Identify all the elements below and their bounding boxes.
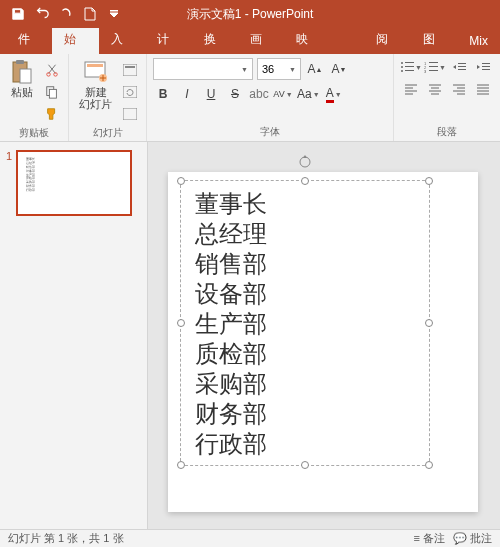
notes-button[interactable]: ≡ 备注 — [413, 531, 444, 546]
resize-handle-se[interactable] — [425, 461, 433, 469]
slide[interactable]: 董事长总经理销售部设备部生产部质检部采购部财务部行政部 — [168, 172, 478, 512]
resize-handle-nw[interactable] — [177, 177, 185, 185]
text-box-content[interactable]: 董事长总经理销售部设备部生产部质检部采购部财务部行政部 — [195, 189, 415, 459]
ribbon: 粘贴 剪贴板 新建 幻灯片 幻灯片 — [0, 54, 500, 142]
svg-rect-17 — [405, 66, 414, 67]
font-size-combo[interactable]: 36▼ — [257, 58, 301, 80]
reset-button[interactable] — [120, 82, 140, 102]
svg-rect-8 — [87, 64, 103, 67]
shadow-button[interactable]: abc — [249, 84, 269, 104]
svg-rect-1 — [16, 60, 24, 64]
paste-icon — [10, 60, 34, 84]
work-area: 1 董事长总经理销售部设备部生产部质检部采购部财务部行政部 董事长总经理销售部设… — [0, 142, 500, 529]
svg-point-14 — [401, 62, 403, 64]
grow-font-button[interactable]: A▲ — [305, 59, 325, 79]
svg-rect-25 — [429, 70, 438, 71]
shrink-font-button[interactable]: A▼ — [329, 59, 349, 79]
group-font: ▼ 36▼ A▲ A▼ B I U S abc AV▼ Aa▼ A▼ 字体 — [147, 54, 394, 141]
window-title: 演示文稿1 - PowerPoint — [187, 6, 314, 23]
svg-rect-12 — [123, 86, 137, 98]
svg-rect-21 — [429, 62, 438, 63]
copy-button[interactable] — [42, 82, 62, 102]
group-clipboard: 粘贴 剪贴板 — [0, 54, 69, 141]
slide-canvas[interactable]: 董事长总经理销售部设备部生产部质检部采购部财务部行政部 — [148, 142, 500, 529]
svg-rect-11 — [125, 66, 135, 68]
resize-handle-s[interactable] — [301, 461, 309, 469]
decrease-indent-button[interactable] — [448, 58, 470, 76]
section-button[interactable] — [120, 104, 140, 124]
resize-handle-sw[interactable] — [177, 461, 185, 469]
tab-mix[interactable]: Mix — [457, 29, 500, 54]
clipboard-group-label: 剪贴板 — [6, 126, 62, 140]
align-center-button[interactable] — [424, 80, 446, 98]
rotate-handle[interactable] — [298, 155, 312, 169]
increase-indent-button[interactable] — [472, 58, 494, 76]
numbering-button[interactable]: 123▼ — [424, 58, 446, 76]
align-left-button[interactable] — [400, 80, 422, 98]
comments-button[interactable]: 💬 批注 — [453, 531, 492, 546]
thumbnail-preview-text: 董事长总经理销售部设备部生产部质检部采购部财务部行政部 — [26, 158, 35, 193]
group-slides: 新建 幻灯片 幻灯片 — [69, 54, 147, 141]
qat-customize-button[interactable] — [102, 2, 126, 26]
resize-handle-n[interactable] — [301, 177, 309, 185]
svg-rect-2 — [20, 69, 31, 83]
bold-button[interactable]: B — [153, 84, 173, 104]
paragraph-group-label: 段落 — [400, 125, 494, 139]
quick-access-toolbar: 演示文稿1 - PowerPoint — [0, 0, 500, 28]
format-painter-button[interactable] — [42, 104, 62, 124]
new-slide-icon — [84, 60, 108, 84]
slides-group-label: 幻灯片 — [75, 126, 140, 140]
svg-rect-19 — [405, 70, 414, 71]
change-case-button[interactable]: Aa▼ — [297, 84, 320, 104]
font-size-value: 36 — [262, 63, 274, 75]
new-slide-label: 新建 幻灯片 — [79, 86, 112, 110]
svg-rect-23 — [429, 66, 438, 67]
thumbnail-number: 1 — [6, 150, 12, 216]
slide-thumbnails-panel: 1 董事长总经理销售部设备部生产部质检部采购部财务部行政部 — [0, 142, 148, 529]
paste-label: 粘贴 — [11, 86, 33, 98]
status-bar: 幻灯片 第 1 张，共 1 张 ≡ 备注 💬 批注 — [0, 529, 500, 547]
save-button[interactable] — [6, 2, 30, 26]
svg-rect-10 — [123, 64, 137, 76]
underline-button[interactable]: U — [201, 84, 221, 104]
svg-point-18 — [401, 70, 403, 72]
svg-rect-6 — [49, 89, 56, 98]
font-color-button[interactable]: A▼ — [324, 84, 344, 104]
layout-button[interactable] — [120, 60, 140, 80]
svg-rect-13 — [123, 108, 137, 120]
paste-button[interactable]: 粘贴 — [6, 58, 38, 100]
bullets-button[interactable]: ▼ — [400, 58, 422, 76]
svg-point-26 — [300, 157, 310, 167]
chevron-down-icon: ▼ — [241, 66, 248, 73]
resize-handle-w[interactable] — [177, 319, 185, 327]
justify-button[interactable] — [472, 80, 494, 98]
ribbon-tabs: 文件 开始 插入 设计 切换 动画 幻灯片放映 审阅 视图 Mix — [0, 28, 500, 54]
chevron-down-icon: ▼ — [289, 66, 296, 73]
group-paragraph: ▼ 123▼ 段落 — [394, 54, 500, 141]
undo-button[interactable] — [30, 2, 54, 26]
svg-point-16 — [401, 66, 403, 68]
strikethrough-button[interactable]: S — [225, 84, 245, 104]
char-spacing-button[interactable]: AV▼ — [273, 84, 293, 104]
font-name-combo[interactable]: ▼ — [153, 58, 253, 80]
redo-button[interactable] — [54, 2, 78, 26]
slide-counter: 幻灯片 第 1 张，共 1 张 — [8, 531, 124, 546]
slide-thumbnail-1[interactable]: 董事长总经理销售部设备部生产部质检部采购部财务部行政部 — [16, 150, 132, 216]
svg-text:3: 3 — [424, 69, 427, 73]
new-file-button[interactable] — [78, 2, 102, 26]
resize-handle-ne[interactable] — [425, 177, 433, 185]
text-box[interactable]: 董事长总经理销售部设备部生产部质检部采购部财务部行政部 — [180, 180, 430, 466]
align-right-button[interactable] — [448, 80, 470, 98]
resize-handle-e[interactable] — [425, 319, 433, 327]
italic-button[interactable]: I — [177, 84, 197, 104]
font-group-label: 字体 — [153, 125, 387, 139]
new-slide-button[interactable]: 新建 幻灯片 — [75, 58, 116, 112]
svg-rect-15 — [405, 62, 414, 63]
cut-button[interactable] — [42, 60, 62, 80]
